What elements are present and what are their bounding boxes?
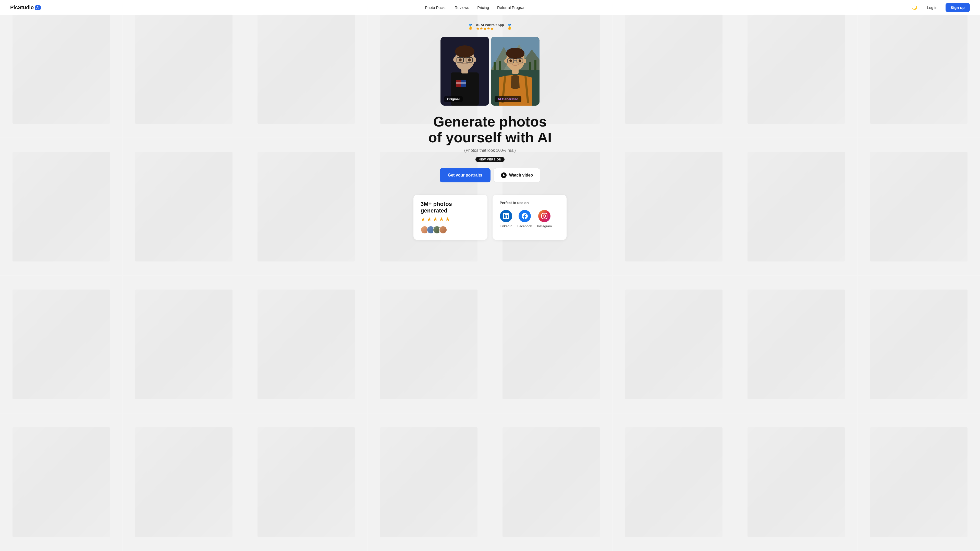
hero-content: 🏅 #1 AI Portrait App ★★★★★ 🏅 [0,15,980,195]
stats-title: 3M+ photos generated [421,201,480,214]
svg-rect-20 [493,62,496,70]
nav-photo-packs[interactable]: Photo Packs [425,5,446,10]
nav-referral[interactable]: Referral Program [497,5,527,10]
svg-point-9 [473,57,476,62]
hero-section: 🏅 #1 AI Portrait App ★★★★★ 🏅 [0,0,980,551]
award-text: #1 AI Portrait App [476,23,504,27]
original-photo-card: Original [441,37,489,106]
hero-headline: Generate photos of yourself with AI [428,114,552,145]
svg-rect-23 [535,60,536,70]
logo-text: PicStudio [10,5,34,11]
social-card-title: Perfect to use on [500,201,559,205]
cta-buttons: Get your portraits Watch video [440,168,541,183]
svg-rect-22 [529,62,531,70]
facebook-icon [519,210,531,222]
social-card: Perfect to use on LinkedIn [493,195,566,240]
play-icon [501,172,507,178]
original-photo-image [441,37,489,106]
instagram-item: Instagram [537,210,552,228]
facebook-item: Facebook [517,210,532,228]
new-version-badge: NEW VERSION [476,157,504,162]
instagram-label: Instagram [537,224,552,228]
original-label: Original [444,96,463,102]
award-badge: 🏅 #1 AI Portrait App ★★★★★ 🏅 [467,23,513,30]
laurel-right-icon: 🏅 [506,24,513,30]
svg-point-7 [455,45,474,58]
linkedin-label: LinkedIn [500,224,512,228]
social-icons-row: LinkedIn Facebook [500,210,559,228]
svg-point-13 [458,59,462,62]
facebook-label: Facebook [517,224,532,228]
instagram-icon [538,210,550,222]
before-after-images: Original [441,37,539,106]
ai-photo-image [491,37,539,106]
svg-point-33 [519,59,521,62]
stats-card: 3M+ photos generated ★ ★ ★ ★ ★ [414,195,487,240]
nav-links: Photo Packs Reviews Pricing Referral Pro… [425,5,527,10]
signup-button[interactable]: Sign up [945,3,970,12]
svg-point-8 [453,57,457,62]
watch-video-button[interactable]: Watch video [493,168,541,183]
nav-actions: 🌙 Log in Sign up [911,3,970,12]
award-stars: ★★★★★ [476,27,504,30]
linkedin-icon [500,210,512,222]
linkedin-item: LinkedIn [500,210,512,228]
login-button[interactable]: Log in [923,3,942,12]
svg-rect-21 [499,61,501,70]
navigation: PicStudio AI Photo Packs Reviews Pricing… [0,0,980,15]
nav-pricing[interactable]: Pricing [477,5,489,10]
ai-badge: AI [35,5,41,10]
bottom-cards: 3M+ photos generated ★ ★ ★ ★ ★ Perfect t… [408,195,572,250]
user-avatars [421,226,480,234]
ai-generated-label: AI Generated [495,96,522,102]
svg-point-26 [506,48,525,59]
hero-subtext: (Photos that look 100% real) [464,148,516,153]
nav-reviews[interactable]: Reviews [455,5,469,10]
avatar-4 [439,226,447,234]
theme-toggle-button[interactable]: 🌙 [911,3,919,11]
laurel-left-icon: 🏅 [467,24,474,30]
svg-point-14 [468,59,471,62]
logo[interactable]: PicStudio AI [10,5,41,11]
ai-photo-card: AI Generated [491,37,539,106]
svg-rect-4 [456,82,466,84]
stats-stars: ★ ★ ★ ★ ★ [421,216,480,223]
get-portraits-button[interactable]: Get your portraits [440,168,490,183]
svg-point-32 [509,59,512,62]
